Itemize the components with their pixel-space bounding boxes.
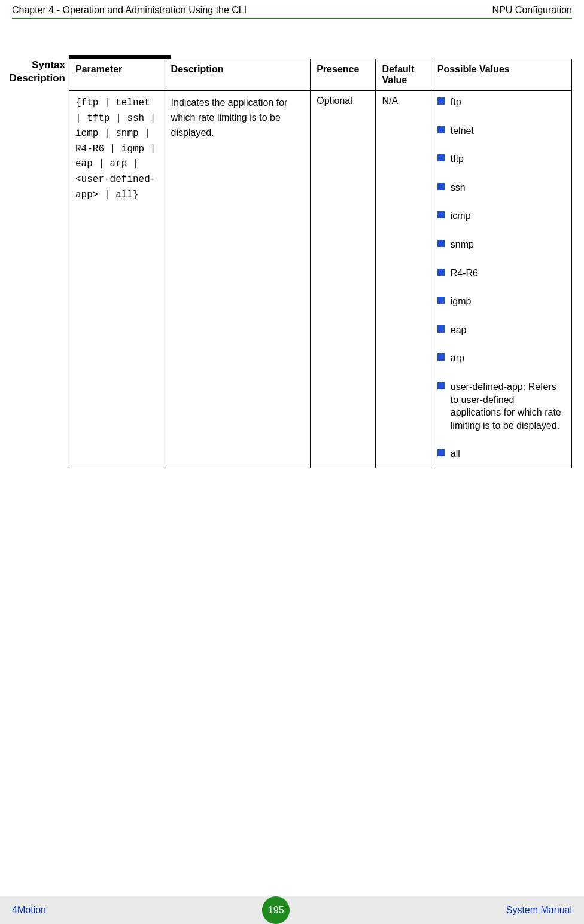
pv-text: R4-R6 <box>451 268 478 278</box>
bullet-icon <box>437 97 445 105</box>
bullet-icon <box>437 183 445 190</box>
pv-text: tftp <box>451 154 464 164</box>
page-number: 195 <box>268 905 284 916</box>
pv-text: telnet <box>451 126 474 136</box>
pv-text: arp <box>451 353 464 363</box>
list-item: R4-R6 <box>437 267 565 280</box>
pv-text: snmp <box>451 239 474 249</box>
cell-default-value: N/A <box>376 91 431 468</box>
syntax-description-label: Syntax Description <box>0 55 69 468</box>
pv-text: ftp <box>451 97 461 107</box>
bullet-icon <box>437 297 445 304</box>
col-parameter: Parameter <box>69 59 165 91</box>
pv-text: all <box>451 449 460 459</box>
pv-text: icmp <box>451 211 471 221</box>
cell-possible-values: ftp telnet tftp ssh icmp snmp R4-R6 igmp… <box>431 91 571 468</box>
col-default-value: Default Value <box>376 59 431 91</box>
content-area: Syntax Description Parameter Description… <box>0 19 584 468</box>
side-label-line2: Description <box>0 72 65 85</box>
bullet-icon <box>437 325 445 333</box>
syntax-table: Parameter Description Presence Default V… <box>69 59 572 468</box>
pv-text: igmp <box>451 296 472 306</box>
list-item: igmp <box>437 295 565 308</box>
list-item: arp <box>437 352 565 365</box>
footer-left: 4Motion <box>12 905 46 916</box>
side-label-line1: Syntax <box>0 59 65 72</box>
cell-parameter: {ftp | telnet | tftp | ssh | icmp | snmp… <box>69 91 165 468</box>
cell-presence: Optional <box>311 91 376 468</box>
list-item: eap <box>437 324 565 337</box>
table-container: Parameter Description Presence Default V… <box>69 55 584 468</box>
table-row: {ftp | telnet | tftp | ssh | icmp | snmp… <box>69 91 572 468</box>
possible-values-list: ftp telnet tftp ssh icmp snmp R4-R6 igmp… <box>437 96 565 461</box>
pv-text: ssh <box>451 182 466 193</box>
col-description: Description <box>165 59 311 91</box>
list-item: icmp <box>437 209 565 222</box>
bullet-icon <box>437 353 445 361</box>
header-right: NPU Configuration <box>492 5 572 16</box>
table-header-row: Parameter Description Presence Default V… <box>69 59 572 91</box>
bullet-icon <box>437 382 445 389</box>
header-left: Chapter 4 - Operation and Administration… <box>12 5 247 16</box>
bullet-icon <box>437 126 445 133</box>
list-item: snmp <box>437 238 565 251</box>
list-item: user-defined-app: Refers to user-defined… <box>437 380 565 432</box>
col-presence: Presence <box>311 59 376 91</box>
bullet-icon <box>437 269 445 276</box>
bullet-icon <box>437 211 445 218</box>
list-item: ftp <box>437 96 565 109</box>
footer-right: System Manual <box>506 905 572 916</box>
bullet-icon <box>437 449 445 456</box>
cell-description: Indicates the application for which rate… <box>165 91 311 468</box>
list-item: tftp <box>437 153 565 166</box>
col-possible-values: Possible Values <box>431 59 571 91</box>
page-number-badge: 195 <box>262 896 290 924</box>
page-header: Chapter 4 - Operation and Administration… <box>0 0 584 18</box>
bullet-icon <box>437 154 445 161</box>
list-item: ssh <box>437 181 565 194</box>
pv-text: eap <box>451 325 467 335</box>
list-item: all <box>437 447 565 461</box>
bullet-icon <box>437 240 445 247</box>
list-item: telnet <box>437 124 565 138</box>
page-footer: 4Motion 195 System Manual <box>0 896 584 924</box>
pv-text: user-defined-app: Refers to user-defined… <box>451 382 561 431</box>
